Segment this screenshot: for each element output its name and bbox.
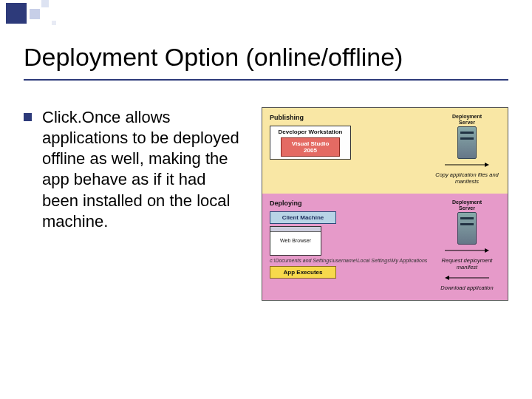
server-icon (457, 126, 477, 159)
copy-files-label: Copy application files and manifests (434, 172, 500, 185)
diagram-publishing-section: Publishing Developer Workstation Visual … (262, 108, 508, 194)
svg-marker-4 (445, 276, 449, 280)
publishing-heading: Publishing (270, 114, 428, 121)
body-text: Click.Once allows applications to be dep… (42, 107, 245, 232)
install-path-text: c:\Documents and Settings\username\Local… (270, 258, 428, 264)
slide-corner-decoration (0, 0, 96, 35)
arrow-right-icon (434, 161, 500, 168)
slide-title: Deployment Option (online/offline) (24, 43, 508, 81)
bullet-icon (24, 113, 32, 121)
client-machine-box: Client Machine (270, 211, 336, 224)
dev-workstation-box: Developer Workstation Visual Studio 2005 (270, 126, 351, 160)
arrow-left-icon (434, 274, 500, 282)
arrow-right-icon (434, 247, 500, 254)
diagram-deploying-section: Deploying Client Machine Web Browser c:\… (262, 194, 508, 300)
content-row: Click.Once allows applications to be dep… (24, 107, 508, 301)
server-icon (457, 212, 477, 245)
dev-workstation-label: Developer Workstation (273, 129, 347, 135)
deploying-server-label: Deployment Server (451, 200, 482, 211)
browser-window-icon: Web Browser (270, 226, 321, 256)
deployment-diagram: Publishing Developer Workstation Visual … (262, 107, 508, 301)
svg-marker-3 (485, 248, 489, 253)
visual-studio-box: Visual Studio 2005 (281, 137, 340, 157)
request-manifest-label: Request deployment manifest (434, 258, 500, 270)
bullet-block: Click.Once allows applications to be dep… (24, 107, 245, 232)
publishing-server-label: Deployment Server (451, 114, 482, 125)
deploying-heading: Deploying (270, 200, 428, 207)
browser-label: Web Browser (270, 232, 321, 243)
svg-marker-1 (485, 163, 489, 167)
app-executes-box: App Executes (270, 266, 336, 279)
slide-content: Deployment Option (online/offline) Click… (0, 0, 532, 316)
download-app-label: Download application (440, 285, 493, 291)
